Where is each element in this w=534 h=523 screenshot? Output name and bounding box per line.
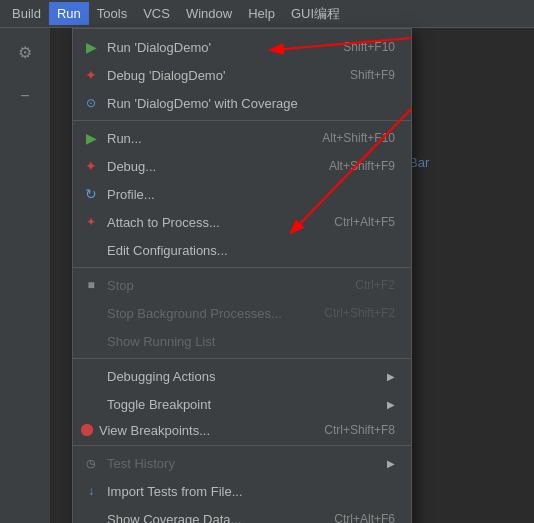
menu-icon-run: ▶ xyxy=(81,128,101,148)
menu-item-edit-config[interactable]: Edit Configurations... xyxy=(73,236,411,264)
menu-shortcut-run-dialog: Shift+F10 xyxy=(343,40,395,54)
menu-separator xyxy=(73,120,411,121)
menu-item-run-dialog[interactable]: ▶Run 'DialogDemo'Shift+F10 xyxy=(73,33,411,61)
sidebar-minus-icon: − xyxy=(9,80,41,112)
menu-label-debug-actions: Debugging Actions xyxy=(107,369,379,384)
menu-label-import-tests: Import Tests from File... xyxy=(107,484,395,499)
menu-label-debug-dialog: Debug 'DialogDemo' xyxy=(107,68,330,83)
menu-label-show-coverage: Show Coverage Data... xyxy=(107,512,314,524)
menu-label-debug: Debug... xyxy=(107,159,309,174)
menu-item-run-coverage[interactable]: ⊙Run 'DialogDemo' with Coverage xyxy=(73,89,411,117)
menu-label-show-running: Show Running List xyxy=(107,334,395,349)
menu-label-stop-bg: Stop Background Processes... xyxy=(107,306,304,321)
menu-label-stop: Stop xyxy=(107,278,335,293)
menu-item-show-running: Show Running List xyxy=(73,327,411,355)
menubar-gui[interactable]: GUI编程 xyxy=(283,1,348,27)
menu-icon-edit-config xyxy=(81,240,101,260)
menu-shortcut-attach: Ctrl+Alt+F5 xyxy=(334,215,395,229)
sidebar: ⚙ − xyxy=(0,28,50,523)
menu-label-edit-config: Edit Configurations... xyxy=(107,243,395,258)
menu-label-test-history: Test History xyxy=(107,456,379,471)
menu-icon-test-history: ◷ xyxy=(81,453,101,473)
menu-shortcut-show-coverage: Ctrl+Alt+F6 xyxy=(334,512,395,523)
menu-label-run-coverage: Run 'DialogDemo' with Coverage xyxy=(107,96,395,111)
menu-item-debug-actions[interactable]: Debugging Actions▶ xyxy=(73,362,411,390)
menu-label-toggle-bp: Toggle Breakpoint xyxy=(107,397,379,412)
menu-item-debug-dialog[interactable]: ✦Debug 'DialogDemo'Shift+F9 xyxy=(73,61,411,89)
menubar-build[interactable]: Build xyxy=(4,2,49,25)
menubar-vcs[interactable]: VCS xyxy=(135,2,178,25)
menu-icon-show-coverage xyxy=(81,509,101,523)
menu-label-run: Run... xyxy=(107,131,302,146)
menu-icon-run-dialog: ▶ xyxy=(81,37,101,57)
menu-label-attach: Attach to Process... xyxy=(107,215,314,230)
menu-separator xyxy=(73,358,411,359)
menu-icon-attach: ✦ xyxy=(81,212,101,232)
menu-separator xyxy=(73,445,411,446)
menu-icon-stop-bg xyxy=(81,303,101,323)
menu-shortcut-run: Alt+Shift+F10 xyxy=(322,131,395,145)
menu-label-profile: Profile... xyxy=(107,187,395,202)
menubar-tools[interactable]: Tools xyxy=(89,2,135,25)
menu-arrow-debug-actions: ▶ xyxy=(387,371,395,382)
menu-item-view-bp[interactable]: View Breakpoints...Ctrl+Shift+F8 xyxy=(73,418,411,442)
menubar-help[interactable]: Help xyxy=(240,2,283,25)
menu-item-profile[interactable]: ↻Profile... xyxy=(73,180,411,208)
menu-item-import-tests[interactable]: ↓Import Tests from File... xyxy=(73,477,411,505)
menu-item-stop-bg: Stop Background Processes...Ctrl+Shift+F… xyxy=(73,299,411,327)
menu-shortcut-debug: Alt+Shift+F9 xyxy=(329,159,395,173)
menu-item-debug[interactable]: ✦Debug...Alt+Shift+F9 xyxy=(73,152,411,180)
menubar: Build Run Tools VCS Window Help GUI编程 xyxy=(0,0,534,28)
menu-item-toggle-bp[interactable]: Toggle Breakpoint▶ xyxy=(73,390,411,418)
run-menu-dropdown: ▶Run 'DialogDemo'Shift+F10✦Debug 'Dialog… xyxy=(72,28,412,523)
menu-separator xyxy=(73,267,411,268)
menu-label-view-bp: View Breakpoints... xyxy=(99,423,304,438)
menubar-run[interactable]: Run xyxy=(49,2,89,25)
menu-shortcut-view-bp: Ctrl+Shift+F8 xyxy=(324,423,395,437)
menu-item-attach[interactable]: ✦Attach to Process...Ctrl+Alt+F5 xyxy=(73,208,411,236)
menu-arrow-test-history: ▶ xyxy=(387,458,395,469)
menu-shortcut-stop-bg: Ctrl+Shift+F2 xyxy=(324,306,395,320)
sidebar-gear-icon: ⚙ xyxy=(9,36,41,68)
menu-label-run-dialog: Run 'DialogDemo' xyxy=(107,40,323,55)
menu-item-test-history: ◷Test History▶ xyxy=(73,449,411,477)
menu-icon-profile: ↻ xyxy=(81,184,101,204)
menu-icon-run-coverage: ⊙ xyxy=(81,93,101,113)
menu-icon-stop: ■ xyxy=(81,275,101,295)
menubar-window[interactable]: Window xyxy=(178,2,240,25)
menu-shortcut-debug-dialog: Shift+F9 xyxy=(350,68,395,82)
menu-item-stop: ■StopCtrl+F2 xyxy=(73,271,411,299)
menu-icon-import-tests: ↓ xyxy=(81,481,101,501)
menu-icon-view-bp xyxy=(81,424,93,436)
menu-item-run[interactable]: ▶Run...Alt+Shift+F10 xyxy=(73,124,411,152)
menu-icon-debug: ✦ xyxy=(81,156,101,176)
menu-shortcut-stop: Ctrl+F2 xyxy=(355,278,395,292)
menu-icon-toggle-bp xyxy=(81,394,101,414)
menu-arrow-toggle-bp: ▶ xyxy=(387,399,395,410)
menu-icon-show-running xyxy=(81,331,101,351)
menu-icon-debug-actions xyxy=(81,366,101,386)
menu-item-show-coverage[interactable]: Show Coverage Data...Ctrl+Alt+F6 xyxy=(73,505,411,523)
menu-icon-debug-dialog: ✦ xyxy=(81,65,101,85)
